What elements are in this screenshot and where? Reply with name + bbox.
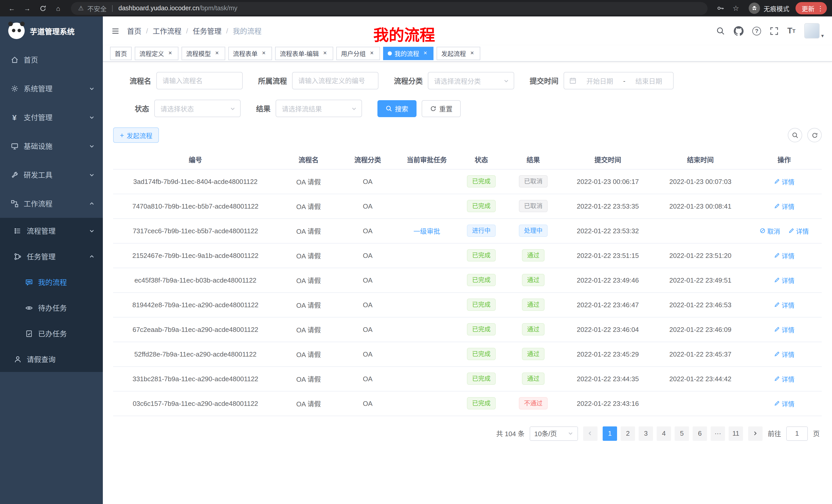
cell-actions: 详情 [747, 366, 822, 391]
page-size-select[interactable]: 10条/页 [530, 426, 578, 441]
process-definition-label: 所属流程 [258, 76, 287, 86]
detail-action[interactable]: 详情 [788, 226, 809, 235]
tab-close-icon[interactable]: × [260, 50, 267, 57]
sidebar-item-infrastructure[interactable]: 基础设施 [0, 132, 103, 160]
page-number-button[interactable]: 2 [621, 426, 635, 441]
goto-page-input[interactable] [786, 426, 808, 441]
current-task-link[interactable]: 一级审批 [413, 227, 440, 235]
table-row: 7470a810-7b9b-11ec-b5b7-acde48001122 OA … [113, 194, 822, 218]
page-number-button[interactable]: ··· [711, 426, 725, 441]
hamburger-icon[interactable] [111, 26, 120, 35]
sidebar-item-task-management[interactable]: 任务管理 [0, 244, 103, 269]
sidebar-item-my-process[interactable]: 我的流程 [0, 269, 103, 295]
user-avatar[interactable]: ▾ [804, 23, 824, 38]
detail-action[interactable]: 详情 [774, 250, 795, 260]
home-icon [10, 56, 19, 63]
detail-action[interactable]: 详情 [774, 176, 795, 186]
prev-page-button[interactable] [583, 426, 598, 441]
page-number-button[interactable]: 1 [603, 426, 617, 441]
edit-icon [774, 375, 780, 382]
sidebar-item-label: 工作流程 [24, 198, 84, 208]
cell-end-time: 2022-01-23 00:08:41 [654, 194, 747, 218]
cell-process-name: OA 请假 [278, 169, 339, 194]
detail-action[interactable]: 详情 [774, 325, 795, 334]
search-button[interactable]: 搜索 [378, 100, 417, 117]
forward-icon[interactable]: → [21, 2, 34, 15]
next-page-button[interactable] [748, 426, 762, 441]
show-search-toggle-button[interactable] [788, 128, 802, 142]
detail-action[interactable]: 详情 [774, 275, 795, 285]
process-name-input[interactable] [156, 72, 243, 89]
create-process-button[interactable]: + 发起流程 [113, 128, 159, 143]
sidebar-item-label: 基础设施 [24, 141, 84, 151]
result-select[interactable]: 请选择流结果 [276, 100, 362, 117]
sidebar-item-home[interactable]: 首页 [0, 45, 103, 74]
view-tab[interactable]: 首页 × [110, 47, 132, 60]
cell-result: 通过 [505, 243, 562, 268]
address-bar[interactable]: ⚠ 不安全 dashboard.yudao.iocoder.cn/bpm/tas… [71, 2, 707, 15]
sidebar-item-label: 研发工具 [24, 170, 84, 180]
tab-close-icon[interactable]: × [368, 50, 375, 57]
tab-label: 流程模型 [186, 49, 211, 58]
view-tab[interactable]: 流程定义 × [135, 47, 178, 60]
sidebar-item-process-management[interactable]: 流程管理 [0, 218, 103, 244]
page-number-button[interactable]: 6 [693, 426, 707, 441]
view-tab[interactable]: 发起流程 × [437, 47, 480, 60]
sidebar-item-system-management[interactable]: 系统管理 [0, 74, 103, 103]
sidebar-item-workflow[interactable]: 工作流程 [0, 189, 103, 218]
detail-action[interactable]: 详情 [774, 300, 795, 310]
page-number-button[interactable]: 3 [639, 426, 653, 441]
detail-action[interactable]: 详情 [774, 374, 795, 384]
page-number-button[interactable]: 11 [729, 426, 743, 441]
reset-button[interactable]: 重置 [422, 100, 461, 117]
table-row: 819442e8-7b9a-11ec-a290-acde48001122 OA … [113, 292, 822, 317]
reload-icon[interactable] [36, 2, 49, 15]
font-size-icon[interactable]: TT [787, 26, 796, 35]
sidebar-item-payment-management[interactable]: ¥ 支付管理 [0, 103, 103, 132]
search-icon[interactable] [716, 26, 725, 35]
tab-close-icon[interactable]: × [321, 50, 329, 57]
view-tab[interactable]: 流程模型 × [182, 47, 225, 60]
chat-icon [25, 278, 33, 286]
tab-close-icon[interactable]: × [213, 50, 220, 57]
tab-close-icon[interactable]: × [166, 50, 174, 57]
breadcrumb-home[interactable]: 首页 [127, 26, 141, 36]
view-tab[interactable]: 用户分组 × [336, 47, 380, 60]
page-number-button[interactable]: 5 [675, 426, 689, 441]
app-logo[interactable]: 芋道管理系统 [0, 17, 103, 45]
detail-action[interactable]: 详情 [774, 201, 795, 211]
back-icon[interactable]: ← [5, 2, 19, 15]
chevron-right-icon [753, 430, 758, 436]
sidebar-item-done-task[interactable]: 已办任务 [0, 320, 103, 346]
sidebar-menu: 首页 系统管理 ¥ 支付管理 [0, 45, 103, 504]
cell-process-name: OA 请假 [278, 194, 339, 218]
refresh-table-button[interactable] [807, 128, 822, 142]
sidebar-item-todo-task[interactable]: 待办任务 [0, 295, 103, 320]
cell-process-name: OA 请假 [278, 366, 339, 391]
update-button[interactable]: 更新 ⋮ [796, 2, 827, 15]
tab-close-icon[interactable]: × [468, 50, 476, 57]
result-tag: 通过 [522, 348, 545, 360]
breadcrumb-workflow[interactable]: 工作流程 [153, 26, 182, 36]
view-tab[interactable]: 流程表单-编辑 × [275, 47, 333, 60]
detail-action[interactable]: 详情 [774, 349, 795, 359]
cancel-action[interactable]: 取消 [759, 226, 780, 235]
help-icon[interactable]: ? [752, 26, 761, 35]
process-category-select[interactable]: 请选择流程分类 [428, 72, 514, 89]
fullscreen-icon[interactable] [770, 26, 779, 35]
breadcrumb-task-management[interactable]: 任务管理 [193, 26, 222, 36]
home-button-icon[interactable]: ⌂ [51, 2, 65, 15]
tab-close-icon[interactable]: × [422, 50, 429, 57]
submit-time-range-picker[interactable]: 开始日期 - 结束日期 [564, 72, 674, 89]
password-key-icon[interactable] [714, 2, 727, 15]
github-icon[interactable] [734, 26, 744, 36]
detail-action[interactable]: 详情 [774, 398, 795, 408]
bookmark-star-icon[interactable]: ☆ [729, 2, 743, 15]
process-definition-input[interactable] [292, 72, 379, 89]
page-number-button[interactable]: 4 [657, 426, 671, 441]
sidebar-item-dev-tools[interactable]: 研发工具 [0, 160, 103, 189]
sidebar-item-leave-query[interactable]: 请假查询 [0, 346, 103, 372]
view-tab[interactable]: 我的流程 × [383, 47, 434, 60]
view-tab[interactable]: 流程表单 × [228, 47, 272, 60]
status-select[interactable]: 请选择状态 [154, 100, 241, 117]
